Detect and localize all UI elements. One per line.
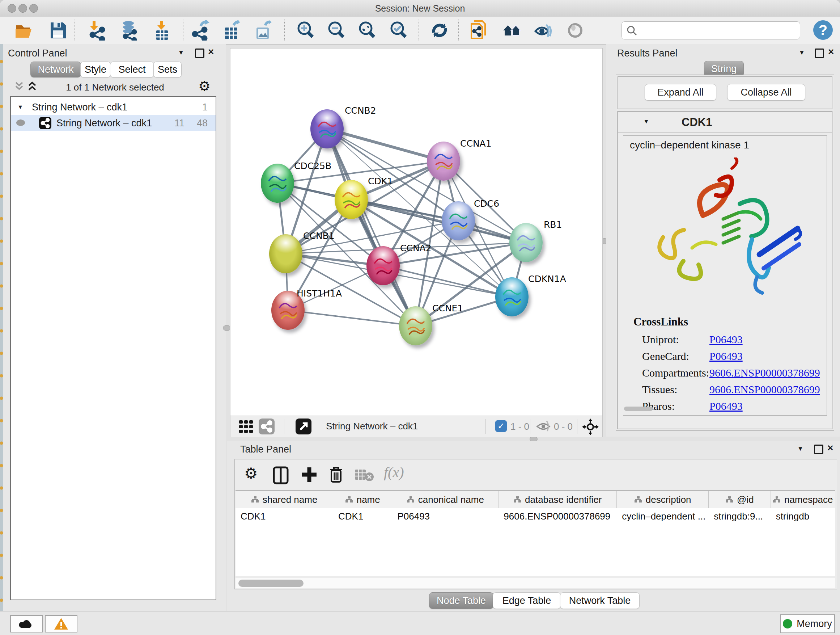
control-panel: Control Panel ▼ ✕ Network Style Select S… [3,44,226,611]
tree-expand-caret-icon[interactable]: ▼ [11,104,23,111]
show-graphics-details-icon-disabled[interactable] [565,20,585,41]
crosslink-link[interactable]: 9606.ENSP00000378699 [709,367,820,379]
fit-content-crosshair-icon[interactable] [582,418,599,435]
crosslink-link[interactable]: 9606.ENSP00000378699 [709,383,820,396]
node-RB1[interactable] [509,223,543,262]
node-label-CCNB1: CCNB1 [303,231,335,241]
tab-style[interactable]: Style [80,62,111,78]
network-canvas[interactable]: CCNB2CCNA1CDC25BCDK1CDC6RB1CCNB1CCNA2CDK… [230,48,603,416]
column-header-shared-name[interactable]: shared name [235,491,333,508]
results-panel-collapse-icon[interactable]: ▼ [799,49,805,57]
crosslink-link[interactable]: P06493 [709,400,743,412]
export-image-icon[interactable] [253,20,273,41]
add-column-icon[interactable] [301,466,318,483]
crosslink-row: GeneCard:P06493 [642,348,823,364]
crosslink-link[interactable]: P06493 [709,350,743,363]
zoom-out-icon[interactable] [326,20,347,41]
table-row[interactable]: CDK1CDK1P064939606.ENSP00000378699cyclin… [235,508,835,524]
table-panel-close-icon[interactable]: ✕ [827,444,834,452]
open-in-new-window-icon[interactable] [295,418,311,434]
crosslink-link[interactable]: P06493 [709,333,743,346]
delete-table-icon-disabled[interactable] [354,468,374,483]
network-options-gear-icon[interactable]: ⚙ [198,78,210,94]
control-panel-collapse-icon[interactable]: ▼ [178,49,184,57]
column-header--id[interactable]: @id [709,491,771,508]
crosslink-label: Compartments: [642,367,709,379]
crosslink-row: Pharos:P06493 [642,398,823,415]
zoom-fit-icon[interactable] [357,20,377,41]
node-CDC6[interactable] [442,201,475,241]
network-birdseye-icon[interactable] [259,418,275,434]
tab-node-table[interactable]: Node Table [429,592,493,609]
import-database-icon[interactable] [119,20,139,41]
selected-checkbox-icon[interactable]: ✓ [495,420,507,432]
node-CCNA2[interactable] [366,246,400,285]
export-network-icon[interactable] [190,20,210,41]
toolbar-separator [284,419,284,434]
network-collection-row[interactable]: ▼ String Network – cdk1 1 [11,99,216,115]
help-icon[interactable]: ? [813,20,833,40]
search-input[interactable] [641,23,796,38]
hide-graphics-details-icon[interactable] [532,20,553,41]
warning-button[interactable] [45,615,77,632]
control-panel-close-icon[interactable]: ✕ [208,48,214,56]
node-CDC25B[interactable] [261,164,294,203]
memory-button[interactable]: Memory [780,614,835,633]
collapse-all-networks-icon[interactable] [13,81,25,92]
node-CCNA1[interactable] [427,141,460,181]
results-panel-float-icon[interactable] [815,49,824,58]
tab-select[interactable]: Select [110,62,154,78]
open-session-icon[interactable] [14,20,34,41]
gene-box-hscrollbar-thumb[interactable] [624,407,653,411]
results-panel-close-icon[interactable]: ✕ [828,48,834,56]
left-splitter-handle[interactable] [223,325,231,331]
gene-collapse-caret-icon[interactable]: ▼ [643,118,649,125]
refresh-layout-icon[interactable] [429,20,450,41]
protein-thumbnail-CCNA1 [432,150,455,176]
table-panel: Table Panel ▼ ✕ ⚙ [227,441,840,611]
column-header-canonical-name[interactable]: canonical name [392,491,499,508]
column-header-label: namespace [784,494,833,505]
node-CDKN1A[interactable] [495,277,529,317]
table-settings-gear-icon[interactable]: ⚙ [244,464,258,482]
import-network-icon[interactable] [88,20,108,41]
tab-sets[interactable]: Sets [153,62,182,78]
table-body: CDK1CDK1P064939606.ENSP00000378699cyclin… [235,508,835,524]
node-CCNE1[interactable] [399,306,432,345]
column-header-namespace[interactable]: namespace [771,491,835,508]
tab-network[interactable]: Network [30,62,81,78]
function-builder-icon-disabled[interactable]: f(x) [384,464,404,481]
grid-view-icon[interactable] [238,420,254,434]
table-panel-float-icon[interactable] [814,445,823,454]
warning-icon [54,617,69,630]
zoom-selected-icon[interactable] [388,20,409,41]
save-session-icon[interactable] [48,20,68,41]
tab-network-table[interactable]: Network Table [560,592,639,609]
export-table-icon[interactable] [221,20,242,41]
import-table-icon[interactable] [152,20,172,41]
expand-all-networks-icon[interactable] [26,81,38,92]
column-header-name[interactable]: name [333,491,392,508]
cloud-button[interactable] [10,615,43,632]
table-columns-icon[interactable] [272,466,289,485]
home-networks-icon[interactable] [502,20,522,41]
toolbar-separator [577,419,577,434]
table-hscrollbar-thumb[interactable] [238,580,303,587]
column-header-database-identifier[interactable]: database identifier [499,491,617,508]
control-panel-float-icon[interactable] [195,49,204,58]
column-header-description[interactable]: description [617,491,709,508]
zoom-in-icon[interactable] [295,20,316,41]
network-row-selected[interactable]: String Network – cdk1 11 48 [11,115,216,131]
gene-section-header[interactable]: ▼ CDK1 [618,111,832,133]
hidden-eye-slash-icon[interactable] [536,420,551,432]
node-CCNB1[interactable] [269,234,302,273]
tab-edge-table[interactable]: Edge Table [493,592,561,609]
table-panel-collapse-icon[interactable]: ▼ [797,445,804,453]
share-session-file-icon[interactable] [469,20,489,41]
node-CDK1[interactable] [335,180,368,219]
delete-column-trash-icon[interactable] [328,465,344,484]
expand-all-button[interactable]: Expand All [645,84,716,101]
crosslink-label: Tissues: [642,383,709,396]
collapse-all-button[interactable]: Collapse All [727,84,805,101]
node-CCNB2[interactable] [310,109,344,149]
